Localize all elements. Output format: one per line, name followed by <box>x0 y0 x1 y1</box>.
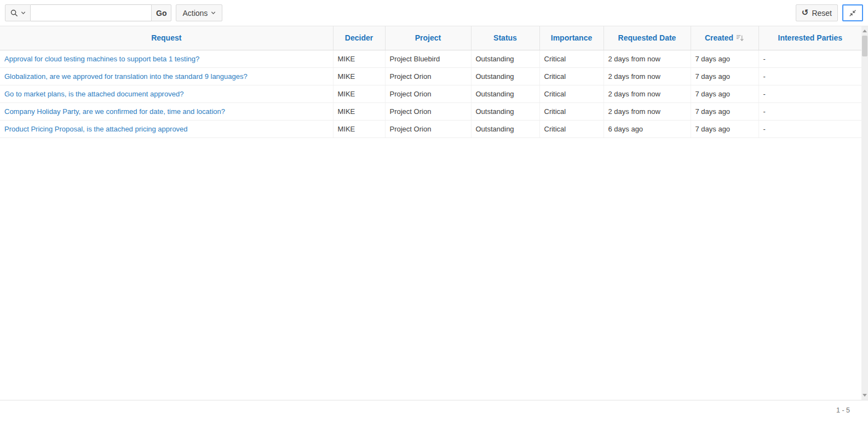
magnifier-icon <box>10 9 18 17</box>
decider-cell: MIKE <box>333 50 385 67</box>
scrollbar-down-arrow-icon[interactable] <box>863 394 867 397</box>
interested-parties-cell: - <box>758 85 861 102</box>
region-footer: 1 - 5 <box>0 400 868 424</box>
vertical-scrollbar[interactable] <box>861 26 868 400</box>
go-button[interactable]: Go <box>151 4 171 21</box>
importance-cell: Critical <box>539 50 603 67</box>
project-cell: Project Orion <box>385 120 471 137</box>
decider-cell: MIKE <box>333 102 385 120</box>
scrollbar-up-arrow-icon[interactable] <box>863 30 867 32</box>
status-cell: Outstanding <box>471 120 539 137</box>
column-header-decider[interactable]: Decider <box>333 26 385 50</box>
status-cell: Outstanding <box>471 67 539 85</box>
requested-date-cell: 2 days from now <box>603 50 691 67</box>
request-link[interactable]: Go to market plans, is the attached docu… <box>4 90 183 98</box>
column-header-interested-parties[interactable]: Interested Parties <box>758 26 861 50</box>
reset-label: Reset <box>812 9 832 18</box>
created-cell: 7 days ago <box>691 85 758 102</box>
importance-cell: Critical <box>539 85 603 102</box>
reset-button[interactable]: ↺ Reset <box>796 4 838 21</box>
project-cell: Project Orion <box>385 85 471 102</box>
sort-descending-icon <box>736 34 744 42</box>
interested-parties-cell: - <box>758 67 861 85</box>
decider-cell: MIKE <box>333 120 385 137</box>
project-cell: Project Orion <box>385 67 471 85</box>
pagination-range-label: 1 - 5 <box>836 406 850 414</box>
table-row: Globalization, are we approved for trans… <box>0 67 861 85</box>
created-cell: 7 days ago <box>691 67 758 85</box>
chevron-down-icon <box>211 10 216 15</box>
status-cell: Outstanding <box>471 85 539 102</box>
column-header-request[interactable]: Request <box>0 26 333 50</box>
importance-cell: Critical <box>539 67 603 85</box>
decider-cell: MIKE <box>333 85 385 102</box>
column-header-created[interactable]: Created <box>691 26 758 50</box>
interested-parties-cell: - <box>758 120 861 137</box>
interested-parties-cell: - <box>758 50 861 67</box>
column-header-status[interactable]: Status <box>471 26 539 50</box>
importance-cell: Critical <box>539 120 603 137</box>
project-cell: Project Bluebird <box>385 50 471 67</box>
actions-label: Actions <box>182 9 208 18</box>
column-header-requested-date[interactable]: Requested Date <box>603 26 691 50</box>
request-link[interactable]: Globalization, are we approved for trans… <box>4 72 248 81</box>
chevron-down-icon <box>21 10 26 15</box>
actions-menu-button[interactable]: Actions <box>176 4 222 21</box>
undo-circular-arrow-icon: ↺ <box>802 9 809 17</box>
requested-date-cell: 2 days from now <box>603 85 691 102</box>
request-link[interactable]: Product Pricing Proposal, is the attache… <box>4 125 188 133</box>
interested-parties-cell: - <box>758 102 861 120</box>
importance-cell: Critical <box>539 102 603 120</box>
created-cell: 7 days ago <box>691 120 758 137</box>
status-cell: Outstanding <box>471 50 539 67</box>
collapse-region-icon <box>849 9 856 17</box>
report-toolbar: Go Actions ↺ Reset <box>0 0 868 26</box>
search-column-select-button[interactable] <box>5 4 31 21</box>
table-row: Approval for cloud testing machines to s… <box>0 50 861 67</box>
interactive-report-page: Go Actions ↺ Reset <box>0 0 868 424</box>
project-cell: Project Orion <box>385 102 471 120</box>
table-header-row: Request Decider Project Status Importanc… <box>0 26 861 50</box>
column-header-project[interactable]: Project <box>385 26 471 50</box>
table-row: Company Holiday Party, are we confirmed … <box>0 102 861 120</box>
table-row: Go to market plans, is the attached docu… <box>0 85 861 102</box>
requested-date-cell: 6 days ago <box>603 120 691 137</box>
collapse-region-button[interactable] <box>842 4 863 21</box>
created-cell: 7 days ago <box>691 102 758 120</box>
interactive-report-table: Request Decider Project Status Importanc… <box>0 26 861 138</box>
decider-cell: MIKE <box>333 67 385 85</box>
scrollbar-thumb[interactable] <box>862 36 867 56</box>
request-link[interactable]: Company Holiday Party, are we confirmed … <box>4 107 225 116</box>
requested-date-cell: 2 days from now <box>603 67 691 85</box>
table-row: Product Pricing Proposal, is the attache… <box>0 120 861 137</box>
search-input[interactable] <box>31 4 152 21</box>
column-header-importance[interactable]: Importance <box>539 26 603 50</box>
status-cell: Outstanding <box>471 102 539 120</box>
created-cell: 7 days ago <box>691 50 758 67</box>
request-link[interactable]: Approval for cloud testing machines to s… <box>4 55 199 63</box>
requested-date-cell: 2 days from now <box>603 102 691 120</box>
